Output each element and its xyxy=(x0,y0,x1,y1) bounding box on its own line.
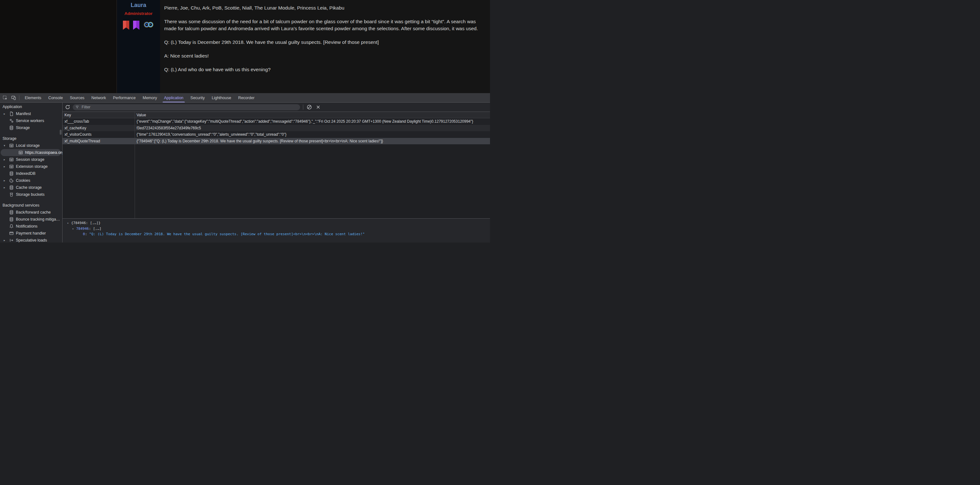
expand-triangle-icon[interactable]: ▾ xyxy=(72,226,76,232)
storage-row-xf_cacheKey[interactable]: xf_cacheKeyf3ed7234243583f554e27d349fe76… xyxy=(62,125,490,132)
preview-line-1[interactable]: ▾{784946: [,…]} xyxy=(62,220,490,226)
sidebar-item-payment-handler[interactable]: Payment handler xyxy=(0,230,62,237)
table-rows: xf___crossTab{"event":"mqChange","data":… xyxy=(62,118,490,144)
storage-row-xf_visitorCounts[interactable]: xf_visitorCounts{"time":1761290419,"conv… xyxy=(62,131,490,138)
forum-page-top: Laura Administrator Pierre, Joe, Chu, Ar… xyxy=(0,0,490,93)
sidebar-section-background-services: Background services xyxy=(0,202,62,209)
sidebar-item-label: Bounce tracking mitiga… xyxy=(0,217,60,222)
storage-value-cell[interactable]: {"784946":["Q: (L) Today is December 29t… xyxy=(135,138,490,145)
refresh-icon[interactable] xyxy=(65,104,70,110)
column-header-value[interactable]: Value xyxy=(135,112,490,118)
sidebar-item-label: https://cassiopaea.org xyxy=(0,150,62,155)
sidebar-scrollbar-thumb[interactable] xyxy=(60,130,62,135)
sidebar-item-label: Cache storage xyxy=(0,185,41,190)
devtools-tab-lighthouse[interactable]: Lighthouse xyxy=(208,93,235,102)
sidebar-item-label: Payment handler xyxy=(0,231,46,236)
filter-field[interactable] xyxy=(73,104,300,110)
preview-plain-text: : [,…] xyxy=(89,227,102,231)
sidebar-item-https-cassiopaea-org[interactable]: https://cassiopaea.org xyxy=(0,149,62,156)
toolbar-divider xyxy=(303,105,303,110)
sidebar-item-manifest[interactable]: ▸Manifest xyxy=(0,110,62,117)
post-paragraph-2: There was some discussion of the need fo… xyxy=(164,18,484,32)
preview-line-2[interactable]: ▾784946: [,…] xyxy=(62,226,490,232)
author-role-label: Administrator xyxy=(117,11,160,16)
sidebar-item-notifications[interactable]: Notifications xyxy=(0,223,62,230)
inspect-element-icon[interactable] xyxy=(2,95,9,101)
column-divider[interactable] xyxy=(135,112,135,219)
sidebar-item-bounce-tracking-mitiga[interactable]: Bounce tracking mitiga… xyxy=(0,216,62,223)
post-paragraph-5: Q: (L) And who do we have with us this e… xyxy=(164,66,484,73)
sidebar-section-application: Application xyxy=(0,103,62,110)
sidebar-item-label: Storage buckets xyxy=(0,192,45,197)
sidebar-item-back-forward-cache[interactable]: Back/forward cache xyxy=(0,209,62,216)
post-author-card: Laura Administrator xyxy=(117,0,160,93)
sidebar-item-cookies[interactable]: ▸Cookies xyxy=(0,177,62,184)
storage-key-cell[interactable]: xf_multiQuoteThread xyxy=(62,138,135,145)
devtools-tab-memory[interactable]: Memory xyxy=(139,93,161,102)
devtools-tab-performance[interactable]: Performance xyxy=(110,93,139,102)
storage-key-cell[interactable]: xf___crossTab xyxy=(62,118,135,125)
sidebar-item-label: IndexedDB xyxy=(0,171,35,176)
infinity-badge xyxy=(143,20,154,30)
sidebar-section-storage: Storage xyxy=(0,135,62,142)
sidebar-item-cache-storage[interactable]: ▸Cache storage xyxy=(0,184,62,191)
sidebar-item-service-workers[interactable]: Service workers xyxy=(0,117,62,124)
sidebar-item-storage[interactable]: Storage xyxy=(0,124,62,131)
storage-value-cell[interactable]: {"event":"mqChange","data":{"storageKey"… xyxy=(135,118,490,125)
device-toolbar-icon[interactable] xyxy=(10,95,17,101)
application-sidebar-tree: Application▸ManifestService workersStora… xyxy=(0,103,62,242)
filter-input[interactable] xyxy=(81,105,298,110)
devtools-tab-application[interactable]: Application xyxy=(161,93,187,102)
post-paragraph-3: Q: (L) Today is December 29th 2018. We h… xyxy=(164,39,484,46)
storage-value-cell[interactable]: f3ed7234243583f554e27d349fe769c5 xyxy=(135,125,490,132)
preview-plain-text: {784946: [,…]} xyxy=(71,221,101,225)
column-header-key[interactable]: Key xyxy=(62,112,135,118)
sidebar-item-storage-buckets[interactable]: Storage buckets xyxy=(0,191,62,198)
table-header-row: Key Value xyxy=(62,112,490,118)
clear-all-icon[interactable] xyxy=(307,104,312,110)
devtools-tabs: ElementsConsoleSourcesNetworkPerformance… xyxy=(21,93,258,102)
devtools-tab-sources[interactable]: Sources xyxy=(66,93,88,102)
tabbar-divider xyxy=(19,95,19,101)
author-username-link[interactable]: Laura xyxy=(117,2,160,9)
post-paragraph-1: Pierre, Joe, Chu, Ark, PoB, Scottie, Nia… xyxy=(164,5,484,11)
devtools-tab-network[interactable]: Network xyxy=(88,93,110,102)
preview-line-3[interactable]: 0: "Q: (L) Today is December 29th 2018. … xyxy=(62,231,490,237)
expand-triangle-icon[interactable]: ▾ xyxy=(67,220,71,226)
sidebar-item-session-storage[interactable]: ▸Session storage xyxy=(0,156,62,163)
devtools-tabbar: ElementsConsoleSourcesNetworkPerformance… xyxy=(0,93,490,103)
sidebar-item-label: Extension storage xyxy=(0,164,48,169)
sidebar-item-label: Service workers xyxy=(0,118,44,123)
red-ribbon-badge xyxy=(123,21,129,30)
sidebar-item-label: Notifications xyxy=(0,224,37,228)
sidebar-item-label: Session storage xyxy=(0,157,45,162)
devtools-tab-security[interactable]: Security xyxy=(187,93,208,102)
preview-plain-text: : xyxy=(85,232,89,236)
sidebar-item-label: Speculative loads xyxy=(0,238,47,242)
post-body-text: Pierre, Joe, Chu, Ark, PoB, Scottie, Nia… xyxy=(160,0,490,93)
preview-key-text: 784946 xyxy=(76,227,89,231)
sidebar-item-extension-storage[interactable]: ▸Extension storage xyxy=(0,163,62,170)
sidebar-item-indexeddb[interactable]: IndexedDB xyxy=(0,170,62,177)
delete-selected-icon[interactable] xyxy=(315,104,321,110)
storage-toolbar xyxy=(62,103,490,112)
sidebar-item-speculative-loads[interactable]: ▸Speculative loads xyxy=(0,237,62,242)
devtools-tab-recorder[interactable]: Recorder xyxy=(235,93,258,102)
devtools-panel: ElementsConsoleSourcesNetworkPerformance… xyxy=(0,93,490,242)
preview-key-text: 0 xyxy=(83,232,85,236)
sidebar-item-label: Cookies xyxy=(0,178,30,183)
post-paragraph-4: A: Nice scent ladies! xyxy=(164,53,484,59)
devtools-tab-elements[interactable]: Elements xyxy=(21,93,45,102)
sidebar-item-local-storage[interactable]: ▾Local storage xyxy=(0,142,62,149)
devtools-tab-console[interactable]: Console xyxy=(45,93,66,102)
storage-key-cell[interactable]: xf_visitorCounts xyxy=(62,131,135,138)
storage-value-cell[interactable]: {"time":1761290419,"conversations_unread… xyxy=(135,131,490,138)
storage-row-xf___crossTab[interactable]: xf___crossTab{"event":"mqChange","data":… xyxy=(62,118,490,125)
storage-key-cell[interactable]: xf_cacheKey xyxy=(62,125,135,132)
author-badges xyxy=(117,20,160,30)
local-storage-table: Key Value xf___crossTab{"event":"mqChang… xyxy=(62,112,490,219)
sidebar-item-label: Local storage xyxy=(0,144,40,148)
sidebar-item-label: Manifest xyxy=(0,112,31,116)
storage-row-xf_multiQuoteThread[interactable]: xf_multiQuoteThread{"784946":["Q: (L) To… xyxy=(62,138,490,145)
storage-value-preview-pane: ▾{784946: [,…]}▾784946: [,…]0: "Q: (L) T… xyxy=(62,219,490,242)
